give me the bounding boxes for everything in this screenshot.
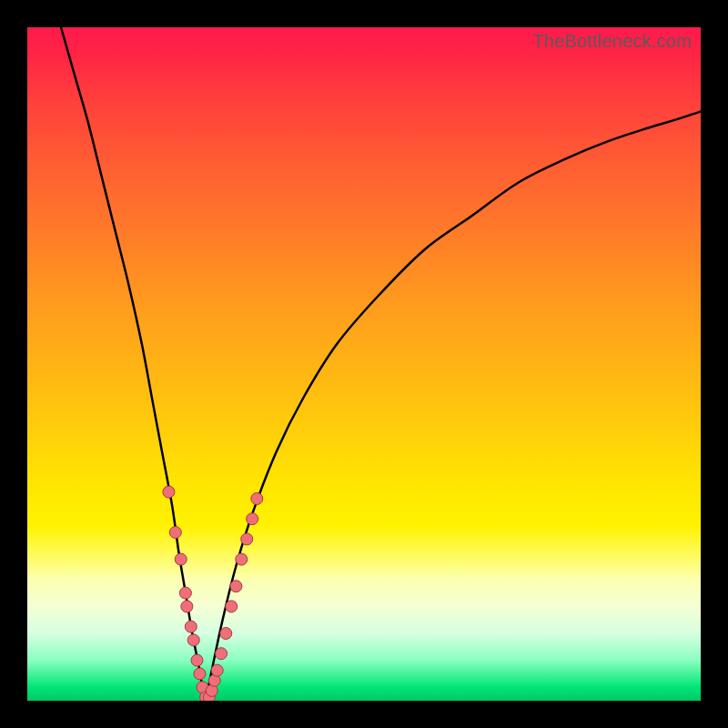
scatter-dot <box>216 648 228 660</box>
scatter-dot <box>191 654 203 666</box>
scatter-dot <box>194 668 206 680</box>
scatter-dot <box>181 601 193 612</box>
scatter-dot <box>185 621 197 632</box>
curve-layer <box>27 27 701 701</box>
scatter-dot <box>211 664 223 676</box>
scatter-dot <box>169 527 181 539</box>
chart-frame: TheBottleneck.com <box>0 0 728 728</box>
scatter-dot <box>187 634 199 646</box>
scatter-dots <box>163 486 263 701</box>
scatter-dot <box>251 493 263 505</box>
plot-area: TheBottleneck.com <box>27 27 701 701</box>
right-branch-curve <box>206 112 701 702</box>
scatter-dot <box>163 486 175 498</box>
scatter-dot <box>175 553 187 565</box>
scatter-dot <box>236 553 248 565</box>
scatter-dot <box>220 628 232 640</box>
scatter-dot <box>226 601 238 612</box>
scatter-dot <box>241 533 253 545</box>
scatter-dot <box>179 587 191 599</box>
left-branch-curve <box>61 27 206 701</box>
scatter-dot <box>230 581 242 592</box>
scatter-dot <box>247 513 258 525</box>
